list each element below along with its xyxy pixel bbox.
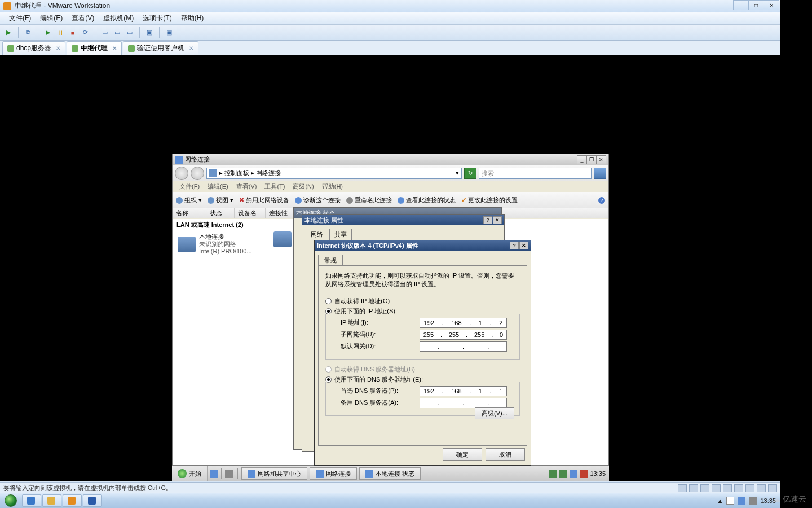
cancel-button[interactable]: 取消	[486, 448, 525, 461]
search-input[interactable]	[479, 168, 592, 179]
disable-device-button[interactable]: ✖禁用此网络设备	[239, 196, 289, 204]
menu-view[interactable]: 查看(V)	[233, 182, 261, 191]
diagnose-button[interactable]: 诊断这个连接	[295, 196, 341, 204]
input-gateway[interactable]: ...	[420, 341, 507, 352]
organize-button[interactable]: 组织 ▾	[176, 196, 202, 204]
stop-icon[interactable]: ■	[68, 28, 78, 38]
address-bar[interactable]: ▸ 控制面板 ▸ 网络连接▾	[206, 168, 462, 179]
device-icon[interactable]	[734, 484, 743, 492]
menu-tabs[interactable]: 选项卡(T)	[138, 12, 176, 24]
network-icon[interactable]	[570, 470, 577, 478]
search-button[interactable]	[594, 168, 606, 179]
restore-button[interactable]: ❐	[586, 155, 597, 164]
close-icon[interactable]: ✕	[56, 45, 60, 51]
layout1-icon[interactable]: ▭	[100, 28, 110, 38]
menu-help[interactable]: 帮助(H)	[176, 12, 209, 24]
maximize-button[interactable]: □	[748, 0, 764, 10]
vmware-titlebar[interactable]: 中继代理 - VMware Workstation — □ ✕	[0, 0, 780, 12]
refresh-button[interactable]: ↻	[464, 168, 476, 179]
minimize-button[interactable]: _	[577, 155, 587, 164]
tab-relay-active[interactable]: 中继代理✕	[67, 41, 122, 55]
help-button[interactable]: ?	[510, 242, 519, 249]
taskbar-ie[interactable]	[22, 494, 41, 507]
volume-icon[interactable]	[749, 497, 757, 505]
taskbar-item[interactable]: 网络连接	[310, 467, 357, 480]
view-status-button[interactable]: 查看此连接的状态	[398, 196, 456, 204]
suspend-icon[interactable]: ⏸	[55, 28, 65, 38]
close-button[interactable]: ✕	[764, 0, 779, 10]
quicklaunch-icon[interactable]	[208, 467, 219, 480]
device-icon[interactable]	[689, 484, 698, 492]
tray-icon[interactable]	[549, 470, 557, 478]
taskbar-explorer[interactable]	[42, 494, 61, 507]
views-button[interactable]: 视图 ▾	[208, 196, 233, 204]
help-icon[interactable]: ?	[598, 197, 605, 204]
window-titlebar[interactable]: 网络连接 _ ❐ ✕	[173, 154, 608, 165]
volume-icon[interactable]	[580, 470, 588, 478]
tab-dhcp[interactable]: dhcp服务器✕	[2, 41, 65, 55]
input-mask[interactable]: 255.255.255.0	[420, 330, 507, 340]
taskbar-item[interactable]: 本地连接 状态	[359, 467, 421, 480]
menu-edit[interactable]: 编辑(E)	[204, 182, 232, 191]
device-icon[interactable]	[678, 484, 687, 492]
power-on-icon[interactable]: ▶	[3, 28, 14, 38]
close-icon[interactable]: ✕	[189, 45, 193, 51]
network-icon[interactable]	[738, 497, 745, 505]
col-status[interactable]: 状态	[206, 208, 235, 218]
tray-icon[interactable]	[559, 470, 567, 478]
tray-chevron-icon[interactable]: ▲	[717, 497, 723, 504]
menu-tools[interactable]: 工具(T)	[261, 182, 288, 191]
col-name[interactable]: 名称	[173, 208, 206, 218]
taskbar-item[interactable]: 网络和共享中心	[241, 467, 307, 480]
col-device[interactable]: 设备名	[235, 208, 266, 218]
menu-file[interactable]: 文件(F)	[5, 12, 36, 24]
network-item[interactable]	[269, 229, 296, 249]
menu-help[interactable]: 帮助(H)	[319, 182, 346, 191]
device-icon[interactable]	[768, 484, 777, 492]
col-conn[interactable]: 连接性	[266, 208, 294, 218]
snapshot-icon[interactable]: ⧉	[23, 28, 33, 38]
play-icon[interactable]: ▶	[43, 28, 53, 38]
change-settings-button[interactable]: ✔更改此连接的设置	[461, 196, 518, 204]
help-button[interactable]: ?	[483, 216, 492, 224]
guest-screen[interactable]: 网络连接 _ ❐ ✕ ▸ 控制面板 ▸ 网络连接▾ ↻ 文件(F	[0, 55, 780, 481]
input-dns1[interactable]: 192.168.1.1	[420, 386, 507, 396]
dialog-titlebar[interactable]: Internet 协议版本 4 (TCP/IPv4) 属性 ? ✕	[315, 240, 531, 251]
close-button[interactable]: ✕	[596, 155, 606, 164]
tab-sharing[interactable]: 共享	[329, 229, 352, 240]
show-desktop-icon[interactable]	[223, 467, 235, 480]
menu-advanced[interactable]: 高级(N)	[289, 182, 317, 191]
tab-network[interactable]: 网络	[306, 229, 328, 240]
tab-general[interactable]: 常规	[318, 255, 343, 266]
device-icon[interactable]	[700, 484, 709, 492]
close-button[interactable]: ✕	[519, 242, 528, 249]
properties-dialog-title[interactable]: 本地连接 属性 ?✕	[302, 215, 504, 225]
layout3-icon[interactable]: ▭	[125, 28, 135, 38]
clock[interactable]: 13:35	[760, 497, 776, 504]
back-button[interactable]	[175, 167, 188, 180]
menu-view[interactable]: 查看(V)	[67, 12, 99, 24]
close-button[interactable]: ✕	[493, 216, 502, 224]
layout2-icon[interactable]: ▭	[112, 28, 122, 38]
minimize-button[interactable]: —	[733, 0, 749, 10]
taskbar-word[interactable]	[83, 494, 102, 507]
action-center-icon[interactable]	[726, 497, 734, 505]
close-icon[interactable]: ✕	[112, 45, 117, 51]
advanced-button[interactable]: 高级(V)...	[475, 407, 514, 419]
device-icon[interactable]	[757, 484, 766, 492]
device-icon[interactable]	[712, 484, 721, 492]
device-icon[interactable]	[723, 484, 732, 492]
forward-button[interactable]	[191, 167, 204, 180]
fullscreen-icon[interactable]: ▣	[164, 28, 174, 38]
tab-client[interactable]: 验证使用客户机✕	[123, 41, 198, 55]
taskbar-vmware[interactable]	[63, 494, 82, 507]
menu-edit[interactable]: 编辑(E)	[36, 12, 67, 24]
device-icon[interactable]	[745, 484, 754, 492]
start-button[interactable]: 开始	[172, 466, 208, 481]
rename-button[interactable]: 重命名此连接	[346, 196, 392, 204]
menu-vm[interactable]: 虚拟机(M)	[99, 12, 138, 24]
menu-file[interactable]: 文件(F)	[176, 182, 203, 191]
reset-icon[interactable]: ⟳	[80, 28, 90, 38]
input-ip[interactable]: 192.168.1.2	[420, 318, 507, 328]
radio-auto-ip[interactable]: 自动获得 IP 地址(O)	[325, 297, 520, 305]
